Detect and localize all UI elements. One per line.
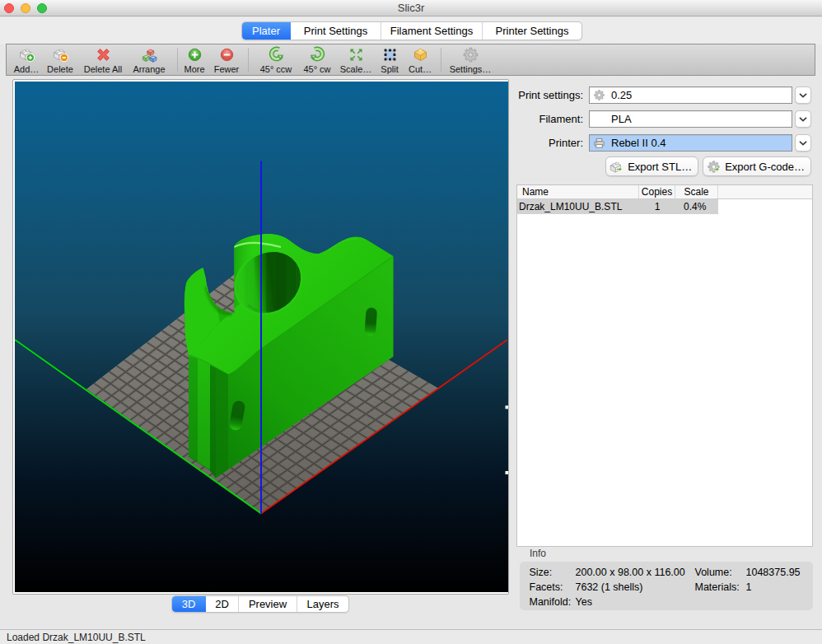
filament-label: Filament: (539, 113, 583, 125)
right-panel: Print settings: 0.25 Filament: PLA Print… (511, 79, 822, 629)
object-table[interactable]: Name Copies Scale Drzak_LM10UU_B.STL 1 0… (516, 184, 813, 547)
info-size-value: 200.00 x 98.00 x 116.00 (576, 567, 685, 578)
table-header: Name Copies Scale (517, 185, 812, 199)
toolbar-delete-all-label: Delete All (84, 64, 122, 74)
column-header-name[interactable]: Name (517, 185, 639, 198)
info-facets-value: 7632 (1 shells) (576, 581, 643, 593)
cell-scale: 0.4% (675, 199, 718, 214)
gear-icon (462, 46, 479, 63)
toolbar-settings-button[interactable]: Settings… (439, 46, 502, 74)
minimize-button[interactable] (21, 3, 30, 13)
scene-3d (15, 82, 508, 592)
toolbar-delete-label: Delete (47, 64, 73, 74)
tab-printer-settings[interactable]: Printer Settings (483, 22, 581, 40)
column-header-copies[interactable]: Copies (639, 185, 675, 198)
info-size-label: Size: (530, 567, 553, 578)
print-settings-combo[interactable]: 0.25 (589, 86, 792, 104)
status-bar: Loaded Drzak_LM10UU_B.STL (0, 629, 822, 644)
cell-name: Drzak_LM10UU_B.STL (517, 199, 639, 214)
zoom-button[interactable] (37, 3, 47, 13)
filament-dropdown-button[interactable] (795, 110, 811, 128)
chevron-down-icon (799, 93, 807, 98)
filament-value: PLA (611, 113, 632, 125)
gear-icon (593, 89, 605, 101)
table-row[interactable]: Drzak_LM10UU_B.STL 1 0.4% (517, 199, 812, 214)
printer-label: Printer: (549, 137, 583, 149)
info-materials-value: 1 (746, 581, 752, 593)
info-box: Size: 200.00 x 98.00 x 116.00 Volume: 10… (520, 562, 813, 610)
red-cross-icon (95, 46, 112, 63)
print-settings-row: Print settings: 0.25 (511, 86, 822, 104)
view-tabs: 3D 2D Preview Layers (171, 595, 349, 613)
printer-value: Rebel II 0.4 (611, 137, 666, 149)
title-bar: Slic3r (0, 0, 822, 16)
printer-icon (593, 137, 605, 149)
bricks-icon (141, 46, 158, 63)
info-materials-label: Materials: (695, 581, 740, 593)
filament-row: Filament: PLA (511, 110, 822, 128)
info-caption: Info (530, 548, 546, 559)
main-tabs: Plater Print Settings Filament Settings … (241, 21, 582, 40)
print-settings-value: 0.25 (611, 89, 632, 101)
tab-filament-settings[interactable]: Filament Settings (381, 22, 483, 40)
filament-icon-slot (593, 113, 605, 125)
info-manifold-label: Manifold: (530, 596, 572, 608)
view-tab-layers[interactable]: Layers (297, 596, 348, 612)
printer-dropdown-button[interactable] (795, 134, 811, 152)
info-facets-label: Facets: (530, 581, 563, 593)
traffic-lights (0, 0, 47, 16)
export-stl-button[interactable]: Export STL… (605, 156, 698, 176)
export-stl-label: Export STL… (628, 161, 692, 173)
print-settings-dropdown-button[interactable] (795, 86, 811, 104)
tab-strip: Plater Print Settings Filament Settings … (0, 17, 822, 44)
view-tab-preview[interactable]: Preview (239, 596, 297, 612)
brick-delete-icon (52, 46, 69, 63)
cell-copies: 1 (639, 199, 675, 214)
export-gcode-label: Export G-code… (725, 161, 805, 173)
status-text: Loaded Drzak_LM10UU_B.STL (7, 632, 146, 643)
tab-print-settings[interactable]: Print Settings (291, 22, 381, 40)
printer-row: Printer: Rebel II 0.4 (511, 134, 822, 152)
edge-mark (506, 471, 509, 474)
rotate-cw-icon (309, 46, 326, 63)
print-settings-label: Print settings: (518, 89, 583, 101)
brick-arrow-icon (609, 160, 624, 174)
info-manifold-value: Yes (576, 596, 592, 608)
column-header-scale[interactable]: Scale (675, 185, 718, 198)
toolbar-fewer-label: Fewer (214, 64, 240, 74)
view-tab-3d[interactable]: 3D (172, 596, 206, 612)
printer-combo[interactable]: Rebel II 0.4 (589, 134, 792, 152)
view-tab-2d[interactable]: 2D (206, 596, 239, 612)
filament-combo[interactable]: PLA (589, 110, 792, 128)
edge-mark (506, 406, 509, 409)
rotate-ccw-icon (268, 46, 285, 63)
chevron-down-icon (799, 117, 807, 122)
gear-arrow-icon (707, 160, 721, 174)
info-volume-label: Volume: (695, 567, 732, 578)
gold-box-icon (412, 46, 429, 63)
viewport-3d[interactable] (12, 79, 509, 595)
export-gcode-button[interactable]: Export G-code… (703, 156, 811, 176)
close-button[interactable] (4, 3, 14, 13)
info-volume-value: 1048375.95 (746, 567, 801, 578)
toolbar-cut-label: Cut… (409, 64, 432, 74)
toolbar-arrange-label: Arrange (133, 64, 165, 74)
column-header-empty (718, 185, 812, 198)
chevron-down-icon (799, 141, 807, 146)
tab-plater[interactable]: Plater (242, 22, 291, 40)
red-minus-icon (218, 46, 236, 63)
toolbar: Add… Delete Delete All (6, 44, 815, 76)
window-title: Slic3r (398, 0, 425, 16)
export-buttons: Export STL… Export G-code… (511, 156, 811, 176)
toolbar-settings-label: Settings… (450, 64, 492, 74)
